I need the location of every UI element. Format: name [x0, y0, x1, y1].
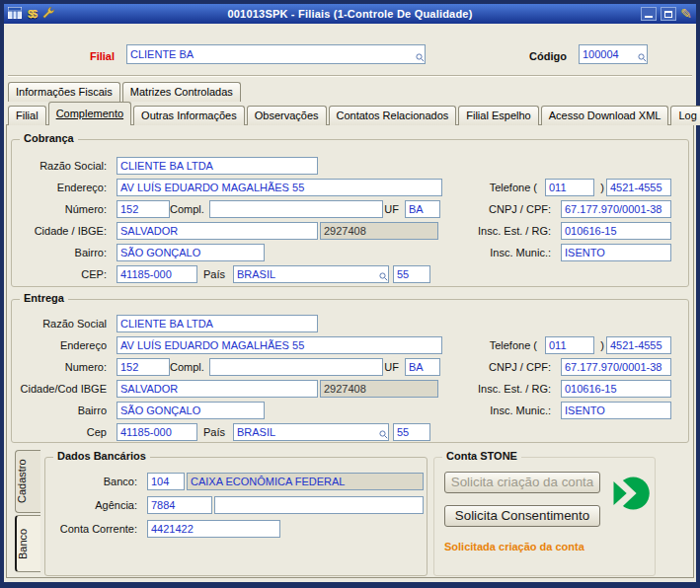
insc-est-field [561, 222, 671, 240]
conta-corrente-field [147, 520, 280, 538]
compl-input[interactable] [209, 200, 383, 218]
ddi-input[interactable] [393, 423, 430, 441]
uf-label: UF [383, 201, 405, 217]
agencia-field [147, 496, 212, 514]
endereco-input[interactable] [117, 336, 442, 354]
tab-matrizes-controladas[interactable]: Matrizes Controladas [122, 82, 241, 102]
solicita-consentimento-button[interactable]: Solicita Consentimento [444, 505, 600, 527]
numero-field [117, 358, 170, 376]
insc-est-label: Insc. Est. / RG: [427, 381, 557, 397]
tab-log[interactable]: Log [670, 106, 700, 125]
cnpj-input[interactable] [561, 200, 671, 218]
tab-filial-espelho[interactable]: Filial Espelho [458, 106, 538, 125]
tab-acesso-download-xml[interactable]: Acesso Download XML [541, 106, 669, 125]
compl-field [209, 358, 383, 376]
ddi-field [393, 265, 430, 283]
minimize-button[interactable] [641, 7, 657, 21]
side-tab-banco[interactable]: Banco [15, 515, 40, 572]
compl-field [209, 200, 383, 218]
filial-field [126, 44, 426, 64]
ibge-field [320, 222, 438, 240]
insc-est-field [561, 380, 671, 398]
ibge-input [320, 380, 438, 398]
bairro-input[interactable] [117, 244, 265, 261]
insc-mun-label: Insc. Munic.: [427, 245, 557, 260]
solicita-criacao-conta-button[interactable]: Solicita criação da conta [444, 472, 600, 493]
pais-input[interactable] [233, 423, 389, 441]
bairro-input[interactable] [117, 402, 265, 419]
telefone-close-label: ) [594, 337, 604, 353]
cidade-input[interactable] [117, 222, 318, 240]
codigo-field [579, 44, 648, 64]
pais-input[interactable] [233, 265, 389, 283]
lookup-icon[interactable] [379, 271, 388, 283]
insc-mun-input[interactable] [561, 244, 671, 261]
side-tab-cadastro[interactable]: Cadastro [15, 450, 40, 513]
lookup-icon[interactable] [416, 52, 425, 64]
cnpj-input[interactable] [561, 358, 671, 376]
lookup-icon[interactable] [379, 429, 388, 441]
banco-code-input[interactable] [147, 473, 185, 490]
banco-code-field [147, 473, 185, 490]
maximize-button[interactable] [661, 7, 676, 21]
tab-filial[interactable]: Filial [8, 106, 46, 125]
tab-complemento[interactable]: Complemento [48, 102, 131, 125]
numero-label: Número: [12, 201, 113, 217]
tab-outras-informacoes[interactable]: Outras Informações [133, 106, 245, 125]
wrench-icon[interactable] [41, 6, 55, 22]
razao-social-input[interactable] [117, 315, 318, 332]
window-controls: ✎ [623, 7, 692, 21]
titlebar: $$ 001013SPK - Filiais (1-Controle De Qu… [4, 4, 696, 24]
header-separator [8, 75, 692, 77]
pais-label: País [195, 266, 231, 282]
endereco-field [117, 336, 442, 354]
lookup-icon[interactable] [638, 52, 647, 64]
cep-input[interactable] [117, 265, 197, 283]
ddi-input[interactable] [393, 265, 430, 283]
numero-input[interactable] [117, 200, 170, 218]
insc-est-input[interactable] [561, 222, 671, 240]
bairro-field [117, 244, 265, 261]
numero-label: Numero: [12, 359, 113, 375]
insc-mun-input[interactable] [561, 402, 671, 419]
telefone-label: Telefone ( [432, 337, 543, 353]
conta-corrente-input[interactable] [147, 520, 280, 538]
app-window: $$ 001013SPK - Filiais (1-Controle De Qu… [0, 0, 700, 588]
telefone-input[interactable] [606, 336, 671, 354]
razao-social-input[interactable] [117, 157, 318, 175]
edit-icon[interactable]: ✎ [680, 7, 692, 21]
conta-stone-legend: Conta STONE [442, 450, 521, 462]
pais-field [233, 423, 389, 441]
numero-input[interactable] [117, 358, 170, 376]
razao-social-field [117, 157, 318, 175]
cnpj-field [561, 200, 671, 218]
cobranca-group: Cobrança Razão Social: Endereço: Telefon… [11, 139, 689, 287]
ibge-input [320, 222, 438, 240]
telefone-field [606, 336, 671, 354]
telefone-input[interactable] [606, 179, 671, 196]
agencia-secondary-input[interactable] [214, 496, 424, 514]
tab-observacoes[interactable]: Observações [247, 106, 327, 125]
telefone-ddd-field [545, 179, 594, 196]
money-icon[interactable]: $$ [28, 8, 36, 20]
stone-logo-icon [608, 472, 652, 517]
cep-input[interactable] [117, 423, 197, 441]
insc-est-label: Insc. Est. / RG: [427, 223, 557, 239]
agencia-input[interactable] [147, 496, 212, 514]
compl-input[interactable] [209, 358, 383, 376]
bairro-field [117, 402, 265, 419]
cidade-input[interactable] [117, 380, 318, 398]
tab-informacoes-fiscais[interactable]: Informações Fiscais [8, 82, 120, 102]
endereco-input[interactable] [117, 179, 442, 196]
filial-input[interactable] [126, 44, 426, 64]
cep-field [117, 265, 197, 283]
uf-label: UF [383, 359, 405, 375]
cep-label: CEP: [12, 266, 113, 282]
tab-contatos-relacionados[interactable]: Contatos Relacionados [329, 106, 457, 125]
telefone-ddd-input[interactable] [545, 336, 594, 354]
cidade-label: Cidade/Cod IBGE [12, 381, 113, 397]
codigo-label: Código [494, 48, 573, 64]
insc-est-input[interactable] [561, 380, 671, 398]
pais-field [233, 265, 389, 283]
telefone-ddd-input[interactable] [545, 179, 594, 196]
